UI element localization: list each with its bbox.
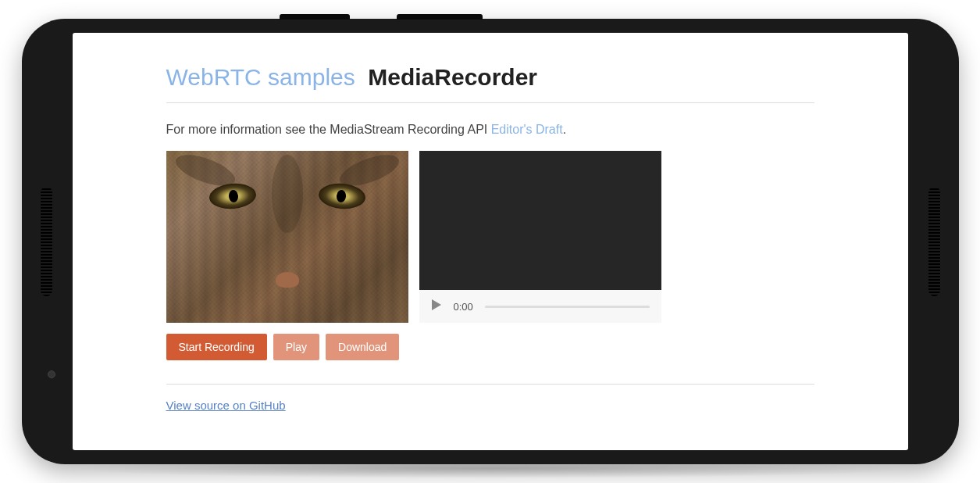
phone-shadow: [69, 459, 912, 478]
playback-progress-bar[interactable]: [485, 306, 650, 308]
video-controls-bar: 0:00: [419, 290, 661, 323]
source-video-preview[interactable]: [166, 151, 408, 323]
play-button[interactable]: Play: [273, 334, 319, 360]
action-buttons-row: Start Recording Play Download: [166, 334, 814, 360]
recorded-video-player: 0:00: [419, 151, 661, 323]
phone-speaker-left: [41, 187, 52, 296]
info-text-prefix: For more information see the MediaStream…: [166, 123, 491, 136]
page-footer: View source on GitHub: [166, 384, 814, 413]
phone-speaker-right: [928, 187, 940, 296]
phone-camera: [48, 370, 55, 378]
play-icon[interactable]: [431, 299, 442, 313]
phone-device-frame: WebRTC samples MediaRecorder For more in…: [22, 19, 959, 464]
info-text-suffix: .: [563, 123, 566, 136]
video-container: 0:00: [166, 151, 814, 323]
video-playback-area[interactable]: [419, 151, 661, 290]
phone-power-button: [280, 14, 350, 20]
phone-screen: WebRTC samples MediaRecorder For more in…: [73, 33, 908, 450]
playback-time: 0:00: [454, 301, 473, 313]
page-header: WebRTC samples MediaRecorder: [166, 64, 814, 103]
start-recording-button[interactable]: Start Recording: [166, 334, 267, 360]
phone-volume-button: [397, 14, 483, 20]
page-title: MediaRecorder: [368, 64, 537, 90]
editors-draft-link[interactable]: Editor's Draft: [491, 123, 563, 136]
view-source-github-link[interactable]: View source on GitHub: [166, 399, 286, 412]
download-button[interactable]: Download: [326, 334, 399, 360]
header-samples-link[interactable]: WebRTC samples: [166, 64, 355, 90]
info-paragraph: For more information see the MediaStream…: [166, 123, 814, 137]
